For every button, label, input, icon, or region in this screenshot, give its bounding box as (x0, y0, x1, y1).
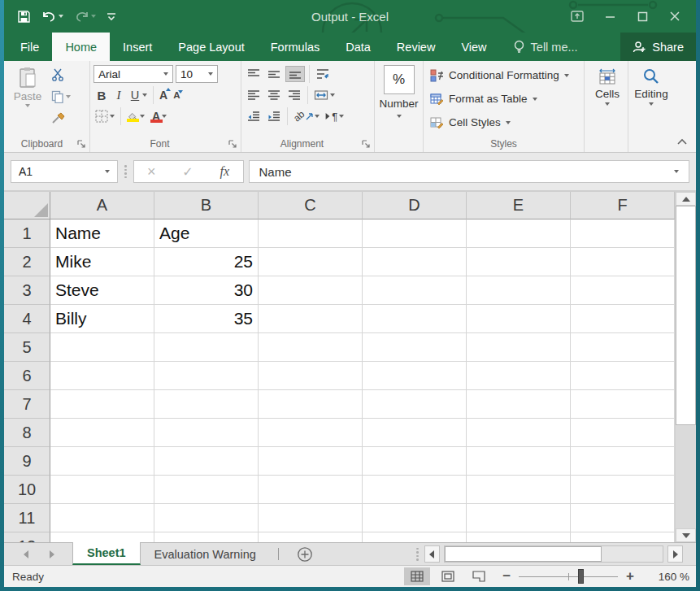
copy-button[interactable] (50, 87, 72, 106)
horizontal-scroll-track[interactable] (444, 545, 664, 563)
name-box[interactable]: A1 (11, 160, 118, 183)
vertical-scrollbar[interactable] (675, 192, 696, 542)
expand-formula-bar-icon[interactable] (674, 170, 679, 173)
editing-button[interactable]: Editing (632, 65, 671, 106)
paste-dropdown-icon[interactable] (25, 104, 30, 107)
percent-style-button[interactable]: % (384, 65, 415, 94)
cell-D10[interactable] (363, 476, 467, 504)
cell-E10[interactable] (467, 476, 571, 504)
cell-A4[interactable]: Billy (50, 305, 154, 333)
close-button[interactable] (659, 0, 691, 33)
row-header-10[interactable]: 10 (4, 476, 50, 504)
format-painter-button[interactable] (50, 109, 72, 128)
ribbon-tab-view[interactable]: View (448, 33, 499, 61)
cells-button[interactable]: Cells (588, 65, 627, 106)
font-dialog-launcher[interactable] (228, 139, 237, 149)
font-size-dropdown-icon[interactable] (208, 72, 213, 76)
grow-font-button[interactable]: A (158, 88, 169, 102)
cell-B3[interactable]: 30 (154, 276, 259, 305)
cell-B1[interactable]: Age (154, 219, 259, 248)
cell-F5[interactable] (571, 333, 675, 362)
cell-E12[interactable] (467, 532, 571, 542)
align-left-button[interactable] (245, 88, 263, 102)
scroll-right-button[interactable] (667, 545, 683, 563)
cell-D11[interactable] (363, 504, 467, 532)
cell-D9[interactable] (363, 447, 467, 476)
font-name-dropdown-icon[interactable] (163, 72, 168, 76)
normal-view-button[interactable] (404, 567, 430, 585)
new-sheet-button[interactable] (287, 543, 323, 565)
ribbon-tab-home[interactable]: Home (52, 33, 110, 61)
cell-B11[interactable] (154, 504, 259, 532)
cell-B6[interactable] (154, 362, 259, 390)
zoom-in-button[interactable]: + (626, 568, 634, 584)
collapse-ribbon-button[interactable] (676, 137, 688, 146)
maximize-button[interactable] (626, 0, 659, 33)
fill-color-dropdown-icon[interactable] (140, 115, 145, 118)
cell-E6[interactable] (467, 362, 571, 390)
cell-A11[interactable] (50, 504, 154, 532)
font-size-combo[interactable]: 10 (176, 65, 218, 83)
cell-E5[interactable] (467, 333, 571, 362)
cell-F1[interactable] (571, 219, 675, 248)
align-center-button[interactable] (265, 88, 283, 102)
cell-C11[interactable] (259, 504, 363, 532)
underline-dropdown-icon[interactable] (142, 93, 147, 97)
vertical-scroll-track[interactable] (676, 206, 696, 528)
ribbon-display-options-button[interactable] (561, 0, 593, 33)
cell-E2[interactable] (467, 248, 571, 276)
bottom-align-button[interactable] (285, 66, 305, 82)
cell-B10[interactable] (154, 476, 259, 504)
horizontal-scroll-thumb[interactable] (445, 546, 602, 562)
column-header-B[interactable]: B (154, 192, 259, 219)
cell-D7[interactable] (363, 390, 467, 419)
formula-bar-drag-handle[interactable] (124, 165, 127, 178)
cell-C8[interactable] (259, 419, 363, 447)
cell-E11[interactable] (467, 504, 571, 532)
clipboard-dialog-launcher[interactable] (76, 139, 86, 149)
orientation-dropdown-icon[interactable] (315, 115, 320, 118)
column-header-C[interactable]: C (259, 192, 363, 219)
align-right-button[interactable] (285, 88, 303, 102)
cell-F4[interactable] (571, 305, 675, 333)
format-as-table-dropdown-icon[interactable] (533, 98, 537, 101)
cell-E8[interactable] (467, 419, 571, 447)
decrease-indent-button[interactable] (245, 109, 263, 124)
cell-A9[interactable] (50, 447, 154, 476)
merge-center-button[interactable] (312, 89, 337, 102)
conditional-formatting-dropdown-icon[interactable] (564, 74, 569, 77)
cell-E4[interactable] (467, 305, 571, 333)
sheet-tab-sheet1[interactable]: Sheet1 (72, 542, 141, 565)
row-header-3[interactable]: 3 (4, 276, 50, 305)
zoom-out-button[interactable]: − (502, 568, 511, 584)
insert-function-button[interactable]: fx (220, 164, 230, 179)
cell-A7[interactable] (50, 390, 154, 419)
cell-D4[interactable] (363, 305, 467, 333)
vertical-scroll-thumb[interactable] (676, 206, 696, 425)
cell-A10[interactable] (50, 476, 154, 504)
column-header-E[interactable]: E (467, 192, 571, 219)
cells-dropdown-icon[interactable] (605, 102, 610, 106)
cell-C5[interactable] (259, 333, 363, 362)
cell-B7[interactable] (154, 390, 259, 419)
column-header-A[interactable]: A (50, 192, 154, 219)
cell-C3[interactable] (259, 276, 363, 305)
row-header-1[interactable]: 1 (4, 219, 50, 248)
text-direction-dropdown-icon[interactable] (339, 115, 344, 118)
copy-dropdown-icon[interactable] (66, 95, 71, 98)
italic-button[interactable]: I (112, 88, 125, 103)
ribbon-tab-formulas[interactable]: Formulas (258, 33, 333, 61)
row-header-7[interactable]: 7 (4, 390, 50, 419)
tell-me-box[interactable]: Tell me... (513, 33, 578, 61)
minimize-button[interactable] (593, 0, 626, 33)
cell-C7[interactable] (259, 390, 363, 419)
cancel-button[interactable]: × (147, 163, 156, 180)
page-break-preview-button[interactable] (466, 567, 492, 585)
cell-F11[interactable] (571, 504, 675, 532)
cut-button[interactable] (50, 65, 72, 85)
middle-align-button[interactable] (265, 67, 283, 81)
share-button[interactable]: Share (620, 33, 696, 61)
redo-button[interactable] (74, 11, 96, 23)
ribbon-tab-file[interactable]: File (7, 33, 52, 61)
previous-sheet-button[interactable] (24, 550, 28, 558)
